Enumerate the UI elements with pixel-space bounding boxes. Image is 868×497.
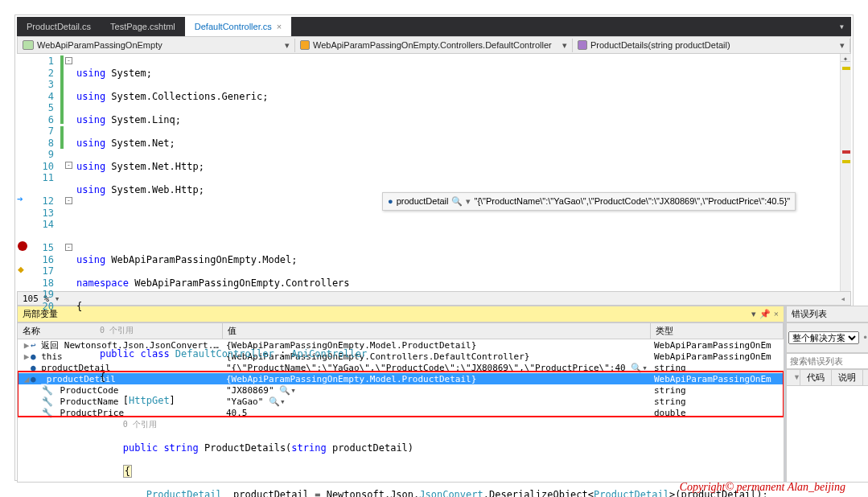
debug-datatip[interactable]: ● productDetail 🔍 ▾ "{\"ProductName\":\"… [382,192,796,211]
code-editor[interactable]: ➔ ◆ 1234567891011 121314 151617181920 - … [17,54,851,291]
tab-overflow-icon[interactable]: ▾ [833,21,851,32]
line-numbers: 1234567891011 121314 151617181920 [28,54,60,291]
current-line-icon: ◆ [18,263,24,275]
chevron-down-icon: ▾ [285,40,290,51]
outline-collapse-icon[interactable]: - [65,197,72,204]
method-icon [578,40,587,50]
navigation-bar: WebApiParamPassingOnEmpty▾ WebApiParamPa… [17,36,851,54]
breakpoint-icon[interactable] [18,241,27,251]
nav-project[interactable]: WebApiParamPassingOnEmpty▾ [18,39,295,52]
outline-collapse-icon[interactable]: - [65,57,72,64]
project-icon [23,40,34,50]
search-icon[interactable]: 🔍 [451,195,463,207]
chevron-down-icon: ▾ [840,40,845,51]
tab-testpage[interactable]: TestPage.cshtml [101,17,185,36]
datatip-value: "{\"ProductName\":\"YaGao\",\"ProductCod… [474,195,790,207]
copyright-watermark: Copyright© permanent Alan_beijing [680,481,845,494]
tab-defaultcontroller[interactable]: DefaultController.cs× [185,17,291,36]
vertical-scrollbar[interactable]: ✦ [840,54,851,291]
outline-collapse-icon[interactable]: - [65,244,72,251]
split-handle-icon[interactable]: ✦ [841,54,850,62]
chevron-down-icon[interactable]: ▾ [55,294,60,304]
nav-class[interactable]: WebApiParamPassingOnEmpty.Controllers.De… [295,39,573,52]
outlining-gutter[interactable]: - - - - [65,54,76,291]
close-icon[interactable]: × [277,22,282,31]
code-area[interactable]: using System; using System.Collections.G… [76,54,851,291]
datatip-variable: productDetail [397,195,449,207]
breakpoint-margin[interactable]: ➔ ◆ [17,54,28,291]
nav-member[interactable]: ProductDetails(string productDetail)▾ [573,39,850,52]
chevron-down-icon: ▾ [562,40,567,51]
col-proj[interactable]: 项目 [863,370,868,385]
outline-collapse-icon[interactable]: - [65,162,72,169]
tab-productdetail[interactable]: ProductDetail.cs [17,17,101,36]
document-tabs: ProductDetail.cs TestPage.cshtml Default… [17,17,851,36]
class-icon [300,40,310,50]
arrow-blue-icon: ➔ [17,193,23,205]
